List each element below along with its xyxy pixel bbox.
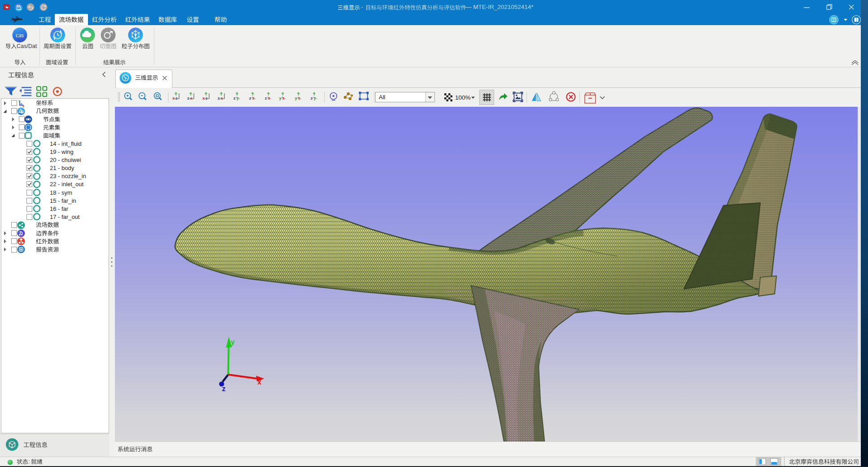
svg-text:z: z — [265, 96, 267, 100]
svg-text:x: x — [221, 96, 223, 100]
svg-text:z: z — [206, 96, 207, 100]
svg-text:z: z — [222, 385, 226, 393]
svg-text:x: x — [190, 96, 193, 100]
svg-text:y: y — [279, 96, 281, 100]
svg-text:y: y — [314, 96, 316, 100]
svg-text:z: z — [233, 96, 235, 100]
svg-text:x: x — [298, 96, 300, 100]
svg-text:Y: Y — [18, 99, 21, 103]
svg-text:z: z — [311, 96, 312, 100]
svg-text:x: x — [268, 96, 270, 100]
svg-text:z: z — [187, 96, 189, 100]
svg-text:x: x — [202, 96, 205, 100]
svg-text:y: y — [237, 96, 239, 100]
svg-text:z: z — [249, 96, 251, 100]
svg-text:y: y — [231, 338, 235, 346]
svg-text:y: y — [295, 96, 297, 100]
svg-text:x: x — [172, 96, 175, 100]
svg-text:x: x — [258, 378, 262, 386]
svg-text:cas: cas — [16, 32, 24, 39]
svg-text:z: z — [175, 96, 177, 100]
svg-text:100%: 100% — [455, 94, 471, 101]
svg-text:x: x — [282, 96, 285, 100]
svg-text:z: z — [218, 96, 219, 100]
svg-text:x: x — [22, 104, 25, 107]
svg-text:x: x — [252, 96, 254, 100]
